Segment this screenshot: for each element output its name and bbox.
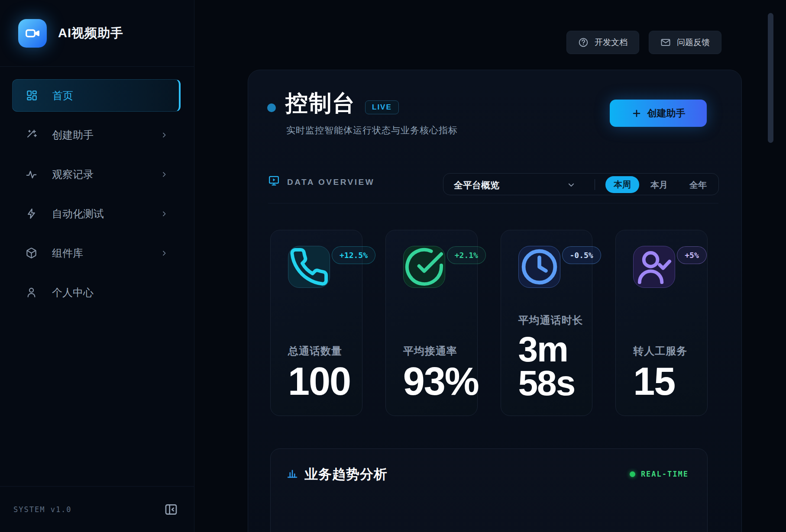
realtime-label: REAL-TIME	[641, 470, 689, 478]
plus-icon	[631, 108, 642, 119]
stat-card-total-calls: +12.5% 总通话数量 100	[270, 230, 362, 416]
dev-docs-button[interactable]: 开发文档	[566, 31, 639, 54]
stat-label: 平均通话时长	[518, 313, 585, 327]
tab-this-year[interactable]: 全年	[689, 179, 707, 191]
topbar-actions: 开发文档 问题反馈	[566, 31, 721, 54]
system-version-label: SYSTEM v1.0	[13, 505, 72, 514]
delta-badge: +5%	[677, 246, 707, 264]
monitor-play-icon	[268, 175, 280, 187]
sidebar-item-label: 观察记录	[52, 168, 94, 181]
activity-pulse-icon	[26, 168, 37, 180]
stat-value: 3m 58s	[518, 332, 585, 400]
stat-label: 总通话数量	[288, 344, 355, 358]
platform-select[interactable]: 全平台概览	[454, 179, 499, 191]
stat-block: 平均接通率 93%	[403, 344, 470, 400]
stat-block: 总通话数量 100	[288, 344, 355, 400]
section-label: DATA OVERVIEW	[287, 177, 375, 187]
user-check-icon	[633, 246, 675, 288]
user-icon	[26, 287, 37, 298]
tab-this-week[interactable]: 本周	[605, 176, 639, 193]
stat-cards: +12.5% 总通话数量 100 +2.1% 平均接通率 93%	[270, 230, 708, 416]
console-panel: 控制台 LIVE 实时监控智能体运行状态与业务核心指标 创建助手 DATA OV…	[248, 70, 742, 532]
sidebar-item-personal-center[interactable]: 个人中心	[12, 276, 181, 309]
create-assistant-label: 创建助手	[647, 107, 686, 120]
page-subtitle: 实时监控智能体运行状态与业务核心指标	[286, 124, 458, 136]
logo-row: AI视频助手	[0, 0, 194, 67]
scrollbar-thumb[interactable]	[768, 13, 773, 143]
delta-badge: +12.5%	[332, 246, 375, 264]
delta-badge: -0.5%	[562, 246, 601, 264]
stat-label: 平均接通率	[403, 344, 470, 358]
stat-value: 15	[633, 363, 700, 400]
status-dot	[267, 103, 276, 112]
chevron-right-icon	[161, 132, 168, 139]
chevron-right-icon	[161, 171, 168, 178]
phone-icon	[288, 246, 330, 288]
sidebar-item-label: 组件库	[52, 246, 83, 260]
sidebar-item-automation-test[interactable]: 自动化测试	[12, 197, 181, 230]
green-dot-icon	[630, 471, 635, 477]
chevron-right-icon	[161, 210, 168, 217]
clock-icon	[518, 246, 560, 288]
filter-divider	[595, 179, 595, 190]
stat-card-avg-duration: -0.5% 平均通话时长 3m 58s	[501, 230, 593, 416]
magic-wand-icon	[26, 129, 37, 141]
sidebar-item-label: 个人中心	[52, 286, 94, 300]
stat-value: 100	[288, 363, 355, 400]
overview-filter-bar: 全平台概览 本周 本月 全年	[443, 173, 719, 195]
sidebar-item-create-assistant[interactable]: 创建助手	[12, 119, 181, 151]
cube-box-icon	[26, 247, 37, 259]
dev-docs-label: 开发文档	[595, 37, 628, 48]
sidebar-item-label: 自动化测试	[52, 207, 104, 221]
delta-badge: +2.1%	[447, 246, 486, 264]
sidebar-item-label: 首页	[52, 89, 73, 103]
sidebar-footer-divider	[0, 486, 194, 487]
stat-value-line: 3m	[518, 332, 585, 366]
tab-this-month[interactable]: 本月	[650, 179, 668, 191]
trend-title: 业务趋势分析	[304, 465, 388, 484]
sidebar-item-label: 创建助手	[52, 128, 94, 142]
chevron-right-icon	[161, 250, 168, 257]
chevron-down-icon[interactable]	[567, 181, 575, 189]
feedback-button[interactable]: 问题反馈	[649, 31, 721, 54]
lightning-bolt-icon	[26, 208, 37, 219]
realtime-indicator: REAL-TIME	[630, 470, 689, 478]
create-assistant-button[interactable]: 创建助手	[610, 100, 707, 127]
stat-value-line: 58s	[518, 366, 585, 400]
help-circle-icon	[578, 37, 589, 48]
app-title: AI视频助手	[58, 25, 123, 42]
sidebar-item-home[interactable]: 首页	[12, 79, 181, 112]
check-circle-icon	[403, 246, 445, 288]
sidebar-nav: 首页 创建助手 观察记录	[12, 79, 181, 316]
live-badge: LIVE	[365, 100, 399, 114]
stat-block: 平均通话时长 3m 58s	[518, 313, 585, 400]
stat-block: 转人工服务 15	[633, 344, 700, 400]
trend-analysis-card: 业务趋势分析 REAL-TIME	[270, 448, 708, 532]
sidebar-item-observation-log[interactable]: 观察记录	[12, 158, 181, 190]
stat-label: 转人工服务	[633, 344, 700, 358]
feedback-label: 问题反馈	[677, 37, 710, 48]
page-title: 控制台	[285, 91, 356, 116]
sidebar-collapse-button[interactable]	[164, 503, 178, 516]
sidebar: AI视频助手 首页	[0, 0, 194, 532]
section-divider	[268, 203, 718, 203]
dashboard-grid-icon	[26, 90, 38, 101]
stat-card-human-transfer: +5% 转人工服务 15	[615, 230, 708, 416]
stat-card-answer-rate: +2.1% 平均接通率 93%	[385, 230, 478, 416]
stat-value: 93%	[403, 363, 470, 400]
bar-chart-icon	[286, 467, 298, 479]
mail-icon	[660, 37, 671, 48]
video-camera-logo-icon	[18, 19, 47, 48]
app-screen: AI视频助手 首页	[0, 0, 786, 532]
sidebar-item-component-library[interactable]: 组件库	[12, 237, 181, 269]
